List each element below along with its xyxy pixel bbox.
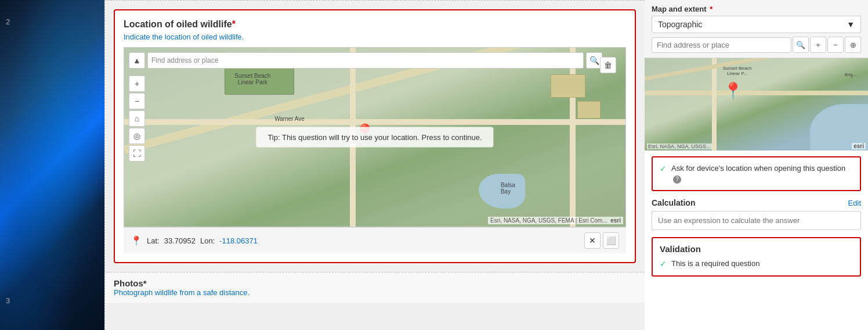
validation-box: Validation ✓ This is a required question — [652, 237, 861, 276]
map-side-controls: + − ⌂ ◎ ⛶ — [129, 76, 145, 162]
mini-map-label-beach: Sunset BeachLinear P... — [723, 66, 752, 76]
lat-value: 33.70952 — [164, 236, 196, 245]
dropdown-arrow: ▼ — [847, 20, 855, 29]
map-extent-header: Map and extent * — [645, 0, 868, 16]
lon-label: Lon: — [200, 236, 215, 245]
question-title: Location of oiled wildlife* — [124, 19, 626, 30]
map-building-1 — [551, 74, 585, 98]
photos-title: Photos* — [114, 278, 636, 288]
mini-map-attribution-text: Esri, NASA, NGA, USGS... — [648, 144, 711, 149]
calc-edit-link[interactable]: Edit — [848, 199, 861, 207]
calculation-section: Calculation Edit — [652, 198, 861, 230]
validation-check-icon: ✓ — [660, 259, 667, 268]
find-address-plus-btn[interactable]: + — [810, 37, 826, 53]
mini-map-pin: 📍 — [723, 81, 743, 101]
device-location-check-icon: ✓ — [660, 164, 667, 173]
map-delete-btn[interactable]: 🗑 — [600, 57, 616, 73]
calc-title: Calculation — [652, 198, 695, 207]
required-marker: * — [232, 19, 236, 29]
map-label-balsa: BalsaBay — [501, 182, 515, 195]
device-location-label-text: Ask for device's location when opening t… — [671, 164, 845, 173]
map-extent-controls: Topographic ▼ 🔍 + − ⊕ — [645, 16, 868, 58]
mini-map-label-brig: Brig... — [845, 72, 857, 77]
map-attribution: Esri, NASA, NGA, USGS, FEMA | Esri Com..… — [488, 217, 623, 224]
map-tip-text: Tip: This question will try to use your … — [267, 133, 482, 142]
map-building-2 — [577, 101, 601, 119]
map-extent-section: Map and extent * Topographic ▼ 🔍 + − ⊕ — [645, 0, 868, 58]
mini-map-road-h — [645, 91, 868, 95]
section-header-text: Map and extent — [652, 5, 707, 13]
lat-label: Lat: — [147, 236, 160, 245]
device-location-box: ✓ Ask for device's location when opening… — [652, 156, 861, 191]
map-locate-btn[interactable]: ◎ — [129, 128, 145, 144]
photos-title-text: Photos — [114, 278, 143, 288]
map-container[interactable]: ▲ Find address or place 🔍 🗑 + − ⌂ ◎ ⛶ Su… — [124, 47, 626, 227]
device-location-row: ✓ Ask for device's location when opening… — [660, 163, 853, 184]
esri-logo: esri — [610, 217, 621, 224]
main-content: Location of oiled wildlife* Indicate the… — [104, 0, 645, 330]
calc-input[interactable] — [652, 211, 861, 230]
device-location-label: Ask for device's location when opening t… — [671, 163, 853, 184]
map-label-park: Sunset BeachLinear Park — [234, 73, 270, 85]
left-decorative-panel: 2 3 — [0, 0, 104, 330]
find-address-input[interactable] — [652, 37, 791, 53]
map-fullscreen-btn[interactable]: ⛶ — [129, 145, 145, 162]
right-panel-mini-map: 📍 Sunset BeachLinear P... Brig... Esri, … — [645, 58, 868, 150]
map-label-warner: Warner Ave — [274, 116, 305, 122]
row-number-2: 2 — [6, 17, 10, 26]
right-panel: Map and extent * Topographic ▼ 🔍 + − ⊕ — [645, 0, 868, 330]
photos-question: Photos* Photograph wildlife from a safe … — [105, 272, 645, 303]
right-panel-content: Map and extent * Topographic ▼ 🔍 + − ⊕ — [645, 0, 868, 330]
settings-area: ✓ Ask for device's location when opening… — [645, 150, 868, 330]
find-address-row: 🔍 + − ⊕ — [652, 37, 861, 53]
map-attribution-text: Esri, NASA, NGA, USGS, FEMA | Esri Com..… — [490, 217, 607, 224]
card-close-btn[interactable]: ✕ — [584, 232, 601, 249]
row-number-3: 3 — [6, 296, 10, 305]
validation-required-label: This is a required question — [671, 259, 760, 269]
map-zoom-out-btn[interactable]: − — [129, 93, 145, 109]
question-subtitle: Indicate the location of oiled wildlife. — [124, 33, 626, 41]
section-required: * — [710, 5, 713, 13]
topographic-dropdown[interactable]: Topographic ▼ — [652, 16, 861, 33]
mini-map-esri-logo: esri — [852, 143, 866, 149]
find-address-search-btn[interactable]: 🔍 — [793, 37, 809, 53]
photos-subtitle: Photograph wildlife from a safe distance… — [114, 288, 636, 297]
mini-map-attribution: Esri, NASA, NGA, USGS... — [647, 144, 712, 149]
find-address-globe-btn[interactable]: ⊕ — [845, 37, 861, 53]
photos-required-marker: * — [143, 278, 147, 288]
map-home-btn[interactable]: ⌂ — [129, 110, 145, 127]
validation-required-row: ✓ This is a required question — [660, 259, 853, 269]
calc-header: Calculation Edit — [652, 198, 861, 207]
topographic-label: Topographic — [658, 20, 702, 29]
location-icon: 📍 — [131, 235, 142, 246]
validation-title: Validation — [660, 244, 853, 254]
device-location-help-icon[interactable]: ? — [673, 175, 681, 184]
map-tip-overlay: Tip: This question will try to use your … — [256, 127, 493, 148]
map-search-box[interactable]: Find address or place — [147, 52, 584, 69]
card-expand-btn[interactable]: ⬜ — [603, 232, 619, 249]
lon-value: -118.06371 — [219, 236, 258, 245]
coordinates-bar: 📍 Lat: 33.70952 Lon: -118.06371 ✕ ⬜ — [124, 227, 626, 253]
mini-map-road-v — [712, 58, 717, 150]
map-toolbar: ▲ Find address or place 🔍 🗑 — [129, 52, 621, 69]
map-prev-btn[interactable]: ▲ — [129, 52, 145, 69]
map-search-placeholder: Find address or place — [151, 56, 218, 64]
find-address-minus-btn[interactable]: − — [827, 37, 844, 53]
map-zoom-in-btn[interactable]: + — [129, 76, 145, 92]
location-question-card: Location of oiled wildlife* Indicate the… — [114, 9, 636, 263]
question-title-text: Location of oiled wildlife — [124, 19, 232, 29]
